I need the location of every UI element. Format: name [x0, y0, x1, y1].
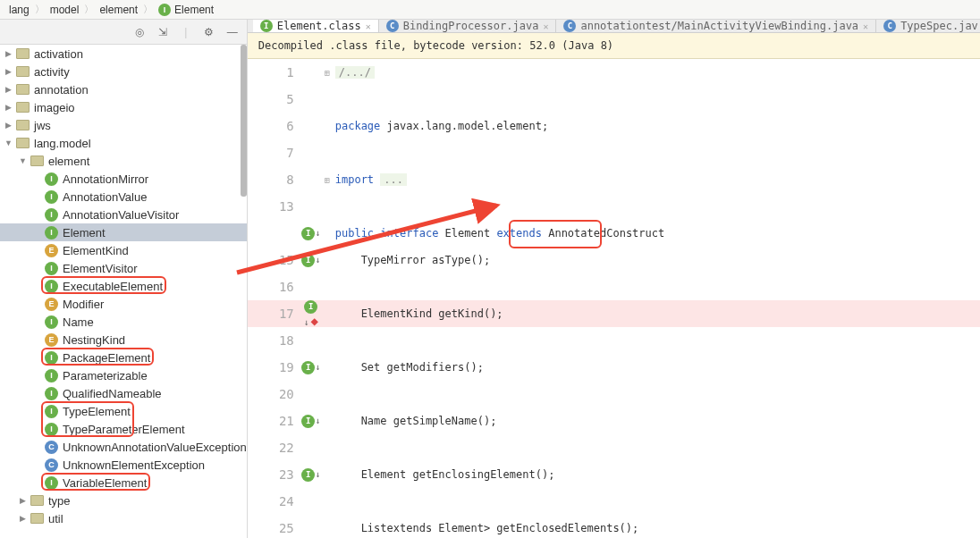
code-line[interactable]: 21I↓ Name getSimpleName();: [248, 408, 980, 434]
tree-item-Parameterizable[interactable]: IParameterizable: [0, 366, 247, 384]
tree-item-ExecutableElement[interactable]: IExecutableElement: [0, 277, 247, 295]
tree-folder[interactable]: ▶type: [0, 492, 247, 509]
line-number: 18: [248, 333, 301, 348]
tab-label: BindingProcessor.java: [403, 20, 539, 32]
implements-icon[interactable]: I: [304, 300, 317, 314]
expand-icon[interactable]: ▶: [4, 49, 13, 59]
code-area[interactable]: 1⊞/.../56package javax.lang.model.elemen…: [248, 59, 980, 538]
code-line[interactable]: 8⊞import ...: [248, 166, 980, 193]
tree-item-UnknownAnnotationValueException[interactable]: CUnknownAnnotationValueException: [0, 438, 247, 456]
tree-label: UnknownAnnotationValueException: [63, 441, 247, 454]
tree-item-UnknownElementException[interactable]: CUnknownElementException: [0, 456, 247, 474]
code-line[interactable]: 17I↓◆ ElementKind getKind();: [248, 300, 980, 327]
code-text: ElementKind getKind();: [334, 307, 980, 320]
project-tree[interactable]: ▶activation▶activity▶annotation▶imageio▶…: [0, 45, 247, 538]
code-line[interactable]: 16: [248, 273, 980, 300]
implements-icon[interactable]: I: [301, 254, 315, 267]
tree-label: ElementVisitor: [63, 262, 138, 275]
enum-icon: E: [45, 244, 58, 257]
code-line[interactable]: 20: [248, 381, 980, 408]
tree-item-NestingKind[interactable]: ENestingKind: [0, 331, 247, 349]
tree-label: imageio: [34, 101, 75, 114]
tree-label: UnknownElementException: [63, 458, 205, 472]
expand-icon[interactable]: ▶: [4, 103, 13, 113]
tree-label: NestingKind: [63, 333, 125, 347]
expand-icon[interactable]: ▶: [4, 85, 13, 95]
close-icon[interactable]: ✕: [366, 21, 371, 31]
breakpoint-icon[interactable]: ◆: [311, 314, 318, 328]
tree-item-ElementKind[interactable]: EElementKind: [0, 241, 247, 259]
fold-icon[interactable]: ⊞: [325, 175, 330, 185]
tree-folder[interactable]: ▶activity: [0, 63, 247, 80]
tree-item-AnnotationMirror[interactable]: IAnnotationMirror: [0, 170, 247, 188]
implements-icon[interactable]: I: [301, 468, 315, 482]
line-number: 20: [248, 387, 301, 401]
editor-tab[interactable]: IElement.class✕: [253, 20, 379, 32]
implements-icon[interactable]: I: [301, 415, 315, 428]
code-line[interactable]: 24: [248, 488, 980, 515]
chevron-right-icon: 〉: [143, 3, 153, 16]
project-sidebar: ◎ ⇲ | ⚙ — ▶activation▶activity▶annotatio…: [0, 20, 248, 538]
code-line[interactable]: I↓public interface Element extends Annot…: [248, 220, 980, 247]
tree-item-VariableElement[interactable]: IVariableElement: [0, 474, 247, 492]
tree-item-AnnotationValueVisitor[interactable]: IAnnotationValueVisitor: [0, 206, 247, 223]
code-line[interactable]: 1⊞/.../: [248, 59, 980, 86]
code-line[interactable]: 7: [248, 139, 980, 166]
gear-icon[interactable]: ⚙: [202, 25, 216, 39]
close-icon[interactable]: ✕: [543, 21, 548, 31]
tree-folder[interactable]: ▼lang.model: [0, 134, 247, 152]
expand-icon[interactable]: ▶: [4, 67, 13, 77]
tree-label: jws: [34, 119, 51, 132]
expand-icon[interactable]: ▼: [18, 156, 28, 166]
tree-folder[interactable]: ▼element: [0, 152, 247, 170]
tree-item-ElementVisitor[interactable]: IElementVisitor: [0, 259, 247, 277]
tree-item-TypeElement[interactable]: ITypeElement: [0, 402, 247, 420]
interface-icon: I: [45, 226, 58, 240]
collapse-all-icon[interactable]: ⇲: [156, 25, 170, 39]
editor-tab[interactable]: CTypeSpec.jav✕: [876, 20, 980, 32]
line-number: 23: [248, 467, 301, 482]
tree-item-PackageElement[interactable]: IPackageElement: [0, 349, 247, 366]
code-line[interactable]: 6package javax.lang.model.element;: [248, 113, 980, 139]
scroll-from-source-icon[interactable]: ◎: [132, 25, 147, 39]
close-icon[interactable]: ✕: [863, 21, 868, 31]
tree-folder[interactable]: ▶annotation: [0, 80, 247, 98]
code-line[interactable]: 15I↓ TypeMirror asType();: [248, 247, 980, 273]
editor-tab[interactable]: Cannotationtest/MainActivityViewBinding.…: [556, 20, 876, 32]
tree-folder[interactable]: ▶imageio: [0, 98, 247, 116]
implements-icon[interactable]: I: [301, 361, 315, 374]
code-line[interactable]: 13: [248, 193, 980, 220]
crumb[interactable]: model: [46, 4, 83, 16]
hide-icon[interactable]: —: [225, 25, 240, 39]
expand-icon[interactable]: ▶: [4, 121, 13, 130]
code-line[interactable]: 19I↓ Set getModifiers();: [248, 354, 980, 381]
crumb[interactable]: element: [96, 4, 141, 16]
expand-icon[interactable]: ▼: [4, 139, 13, 148]
crumb[interactable]: IElement: [155, 4, 217, 16]
gutter-mark: I↓: [301, 467, 321, 482]
tree-item-QualifiedNameable[interactable]: IQualifiedNameable: [0, 384, 247, 402]
code-line[interactable]: 25 Listextends Element> getEnclosedEleme…: [248, 515, 980, 538]
scrollbar[interactable]: [241, 45, 247, 197]
implements-icon[interactable]: I: [301, 227, 315, 240]
interface-icon: I: [45, 405, 58, 418]
code-line[interactable]: 5: [248, 86, 980, 113]
line-number: 5: [248, 92, 301, 106]
tree-folder[interactable]: ▶activation: [0, 45, 247, 63]
tree-item-Name[interactable]: IName: [0, 313, 247, 331]
fold-icon[interactable]: ⊞: [325, 68, 330, 78]
expand-icon[interactable]: ▶: [18, 514, 28, 524]
expand-icon[interactable]: ▶: [18, 496, 28, 506]
tree-folder[interactable]: ▶util: [0, 509, 247, 527]
tree-item-Modifier[interactable]: EModifier: [0, 295, 247, 313]
tree-item-Element[interactable]: IElement: [0, 223, 247, 241]
editor-tab[interactable]: CBindingProcessor.java✕: [379, 20, 557, 32]
tree-item-AnnotationValue[interactable]: IAnnotationValue: [0, 188, 247, 206]
code-line[interactable]: 23I↓ Element getEnclosingElement();: [248, 461, 980, 488]
tree-folder[interactable]: ▶jws: [0, 116, 247, 134]
code-line[interactable]: 22: [248, 434, 980, 461]
crumb[interactable]: lang: [5, 4, 33, 16]
tree-item-TypeParameterElement[interactable]: ITypeParameterElement: [0, 420, 247, 438]
tree-label: Modifier: [63, 298, 104, 311]
code-line[interactable]: 18: [248, 327, 980, 354]
